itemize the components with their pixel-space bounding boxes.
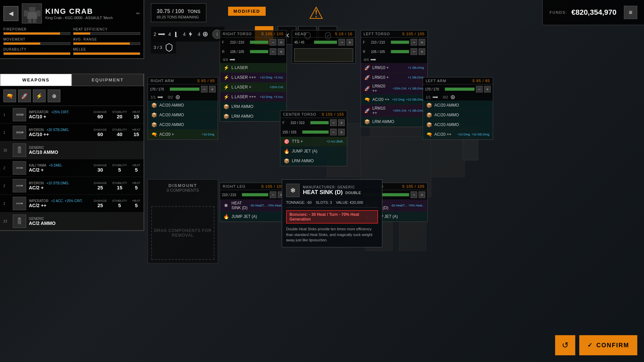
left-leg-hp: S 105 / 105	[402, 184, 425, 188]
dismount-drop-zone[interactable]: DRAG COMPONENTS FOR REMOVAL	[151, 206, 214, 260]
hp-minus-btn[interactable]: −	[411, 39, 417, 46]
list-item[interactable]: 1 MYDRON +20 STB.DMG. AC/10 ++ DAMAGE60 …	[0, 124, 144, 141]
tooltip-item-icon: ❄	[286, 184, 300, 197]
hp-plus-btn[interactable]: +	[338, 129, 345, 135]
support-filter-icon[interactable]: ⊕	[48, 89, 60, 102]
left-torso-label: LEFT TORSO	[364, 32, 390, 36]
ammo-icon: 📦	[151, 112, 157, 118]
menu-button[interactable]: ≡	[624, 6, 637, 19]
comp-item[interactable]: 🚀 LRM10 + +1 Stb.Dmg.	[361, 63, 427, 73]
hp-minus-btn[interactable]: −	[411, 191, 417, 198]
ammo-icon: 📦	[223, 103, 229, 110]
list-item[interactable]: 1 IMPERATOR +25% CRIT. AC/10 + DAMAGE60 …	[0, 106, 144, 124]
hp-minus-btn[interactable]: −	[270, 48, 276, 55]
missile-filter-icon[interactable]: 🚀	[18, 89, 31, 102]
comp-item[interactable]: 📦 LRM AMMO	[361, 117, 427, 127]
hp-plus-btn[interactable]: +	[419, 39, 425, 46]
weapon-stats: DAMAGE60 STABILITY20 HEAT15	[94, 110, 140, 119]
hp-minus-btn[interactable]: −	[270, 191, 276, 198]
energy-filter-icon[interactable]: ⚡	[33, 89, 46, 102]
hp-plus-btn[interactable]: +	[278, 39, 284, 46]
comp-item[interactable]: 📦 AC/20 AMMO	[423, 101, 493, 110]
avg-range-fill	[73, 43, 130, 45]
firepower-bar	[3, 32, 70, 35]
comp-item-bonus: +10 Dmg.	[202, 133, 215, 136]
comp-item-name: L LASER +++	[231, 95, 258, 99]
weapon-icon-box	[13, 215, 26, 228]
comp-item[interactable]: 🚀 LRM10 + +1 Stb.Dmg.	[361, 73, 427, 82]
comp-item[interactable]: 🔫 AC/20 ++ +10 Dmg. +10 Stb.Dmg.	[361, 95, 427, 105]
firepower-stat: FIREPOWER	[3, 27, 70, 35]
comp-item[interactable]: ❄ HEAT SINK (D) -30 Heat/T... -70% Heat.…	[220, 199, 286, 212]
right-arm-header: RIGHT ARM S 85 / 85	[148, 77, 218, 84]
list-item[interactable]: 2 IMPERATOR +2 ACC. +25% CRIT. AC/2 ++ D…	[0, 195, 144, 213]
weapon-manufacturer-label: IMPERATOR	[29, 110, 49, 114]
hp-plus-btn[interactable]: +	[484, 86, 491, 93]
hp-minus-btn[interactable]: −	[330, 119, 337, 126]
comp-item[interactable]: 📦 AC/20 AMMO	[148, 110, 218, 120]
comp-item[interactable]: 📦 AC/20 AMMO	[148, 101, 218, 110]
comp-item[interactable]: ⚡ L LASER +++ +10 Dmg. +3 Acc.	[220, 73, 286, 82]
weapon-info: MYDRON +20 STB.DMG. AC/10 ++	[29, 128, 91, 137]
comp-item-bonus: +10 Dmg. +3 Acc.	[260, 95, 284, 99]
weapon-name: AC/2 +	[29, 167, 91, 173]
comp-item[interactable]: 📦 AC/20 AMMO	[423, 120, 493, 130]
undo-button[interactable]: ↺	[555, 335, 575, 355]
hp-plus-btn[interactable]: +	[419, 48, 425, 55]
edit-icon[interactable]: ✏	[136, 11, 140, 16]
weapon-name: AC/10 AMMO	[29, 149, 140, 155]
hp-minus-btn[interactable]: −	[330, 129, 337, 135]
comp-item[interactable]: 🔫 AC/20 + +10 Dmg.	[148, 130, 218, 139]
comp-item[interactable]: 🚀 LRM10 ++ +25% Crit. +1 Stb.Dmg.	[361, 105, 427, 117]
comp-item[interactable]: 🚀 LRM20 ++ +25% Crit. +1 Stb.Dmg.	[361, 82, 427, 95]
list-item[interactable]: 2 KALI YAMA +5 DMG. AC/2 + DAMAGE30 STAB…	[0, 159, 144, 177]
confirm-button[interactable]: ✓ CONFIRM	[579, 335, 637, 355]
ballistic-filter-icon[interactable]: 🔫	[3, 89, 16, 102]
hp-minus-btn[interactable]: −	[338, 39, 345, 46]
hp-plus-btn[interactable]: +	[346, 39, 353, 46]
hp-plus-btn[interactable]: +	[419, 191, 425, 198]
weapon-icon-box	[13, 197, 26, 210]
hp-plus-btn[interactable]: +	[278, 48, 284, 55]
hp-minus-btn[interactable]: −	[270, 39, 276, 46]
hp-minus-btn[interactable]: −	[476, 86, 483, 93]
list-item[interactable]: 16 GENERIC AC/10 AMMO	[0, 141, 144, 159]
right-torso-hp-r: R 105 / 105 − +	[220, 47, 286, 56]
equipment-tab[interactable]: EQUIPMENT	[72, 74, 144, 86]
comp-item[interactable]: ⚡ L LASER + +25% Crit.	[220, 82, 286, 92]
weapon-stats: DAMAGE25 STABILITY5 HEAT5	[94, 199, 140, 208]
tooltip-panel: ❄ MANUFACTURER: GENERIC HEAT SINK (D) DO…	[282, 179, 382, 247]
list-item[interactable]: 2 MYDRON +10 STB.DMG. AC/2 + DAMAGE25 ST…	[0, 177, 144, 195]
comp-item-name: JUMP JET (A)	[231, 214, 284, 219]
comp-item[interactable]: 📦 LRM AMMO	[280, 156, 347, 166]
comp-item[interactable]: 🔥 JUMP JET (A)	[220, 212, 286, 222]
hp-plus-btn[interactable]: +	[209, 86, 216, 93]
back-button[interactable]: ◀	[3, 6, 18, 21]
hp-minus-btn[interactable]: −	[411, 48, 417, 55]
comp-item[interactable]: 🔥 JUMP JET (A)	[280, 146, 347, 156]
weapon-name: AC/2 AMMO	[29, 221, 140, 226]
comp-item[interactable]: 🎯 TTS + +2 Acc.(Ball..	[280, 137, 347, 146]
left-arm-hp: S 85 / 85	[472, 79, 490, 83]
ammo-icon: 📦	[426, 112, 432, 118]
weapon-qty: 23	[3, 220, 10, 223]
comp-item[interactable]: 📦 AC/20 AMMO	[423, 110, 493, 120]
head-header: HEAD S 18 / 16	[292, 31, 355, 38]
weapons-tab[interactable]: WEAPONS	[0, 74, 72, 86]
list-item[interactable]: 23 GENERIC AC/2 AMMO	[0, 213, 144, 230]
comp-item[interactable]: ⚡ L LASER	[220, 63, 286, 73]
comp-item-bonus: +1 Stb.Dmg.	[408, 76, 425, 79]
comp-item[interactable]: 📦 LRM AMMO	[220, 112, 286, 121]
comp-item-bonus: -30 Heat/T... -70% Heat...	[250, 204, 284, 207]
comp-item[interactable]: 🔫 AC/20 ++ +10 Dmg. +10 Stb.Dmg.	[423, 130, 493, 139]
tooltip-name: HEAT SINK (D)	[303, 189, 343, 196]
comp-item-bonus: +25% Crit. +1 Stb.Dmg.	[393, 87, 425, 90]
comp-item[interactable]: ⚡ L LASER +++ +10 Dmg. +3 Acc.	[220, 92, 286, 102]
comp-item[interactable]: 📦 AC/20 AMMO	[148, 120, 218, 130]
comp-item[interactable]: 📦 LRM AMMO	[220, 102, 286, 112]
left-arm-slots: 1/1 0/2	[423, 94, 493, 101]
weapon-name: AC/2 ++	[29, 203, 91, 208]
hp-plus-btn[interactable]: +	[338, 119, 345, 126]
hp-minus-btn[interactable]: −	[201, 86, 208, 93]
weapons-filter-icons: 🔫 🚀 ⚡ ⊕	[0, 86, 144, 106]
